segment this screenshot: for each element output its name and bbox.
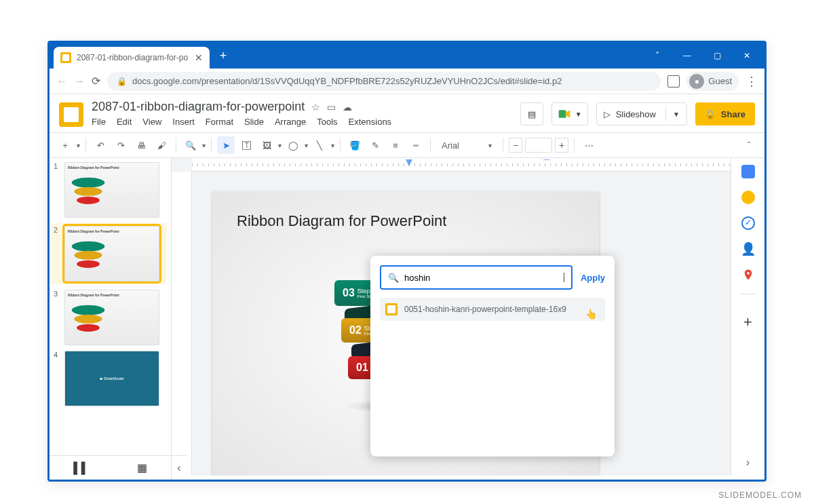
url-field[interactable]: 🔒 docs.google.com/presentation/d/1SsVVQd… [107, 72, 661, 91]
print-button[interactable]: 🖶 [132, 136, 150, 154]
link-result-item[interactable]: 0051-hoshin-kanri-powerpoint-template-16… [380, 298, 605, 321]
menu-edit[interactable]: Edit [117, 117, 132, 127]
profile-chip[interactable]: ● Guest [686, 72, 739, 91]
star-icon[interactable]: ☆ [311, 102, 320, 113]
reload-icon[interactable]: ⟳ [92, 75, 100, 88]
shape-tool[interactable]: ◯ [284, 136, 302, 154]
window-maximize-icon[interactable]: ▢ [702, 43, 732, 69]
more-tools-button[interactable]: ⋯ [580, 136, 598, 154]
thumb-number: 3 [54, 290, 60, 345]
extensions-icon[interactable] [667, 75, 680, 88]
fontsize-input[interactable] [525, 138, 552, 153]
browser-menu-icon[interactable]: ⋮ [745, 74, 758, 89]
font-selector[interactable]: Arial ▾ [436, 140, 497, 151]
chevron-down-icon[interactable]: ▾ [305, 142, 308, 149]
move-icon[interactable]: ▭ [327, 102, 336, 113]
chevron-down-icon[interactable]: ▾ [77, 142, 80, 149]
select-tool[interactable]: ➤ [217, 136, 235, 154]
close-tab-icon[interactable]: ✕ [195, 52, 203, 63]
slides-header: 2087-01-ribbon-diagram-for-powerpoint ☆ … [50, 94, 764, 127]
url-text: docs.google.com/presentation/d/1SsVVQdUq… [132, 76, 562, 86]
redo-button[interactable]: ↷ [112, 136, 130, 154]
window-chevron-icon[interactable]: ˅ [642, 43, 672, 69]
toolbar: + ▾ ↶ ↷ 🖶 🖌 🔍 ▾ ➤ 🅃 🖼 ▾ ◯ ▾ ╲ ▾ 🪣 ✎ ≡ ┉ … [50, 132, 764, 158]
border-weight-button[interactable]: ≡ [387, 136, 404, 154]
contacts-icon[interactable]: 👤 [741, 242, 755, 256]
side-panel: ✓ 👤 + › [731, 158, 764, 476]
fontsize-increase[interactable]: + [555, 138, 568, 153]
chevron-down-icon[interactable]: ▾ [331, 142, 334, 149]
window-close-icon[interactable]: ✕ [732, 43, 762, 69]
hide-sidepanel-button[interactable]: › [746, 457, 750, 469]
collapse-toolbar-button[interactable]: ˆ [740, 136, 758, 154]
comment-icon: ▤ [528, 109, 536, 119]
thumb-number: 2 [54, 226, 60, 282]
paint-format-button[interactable]: 🖌 [153, 136, 170, 154]
document-title[interactable]: 2087-01-ribbon-diagram-for-powerpoint [92, 100, 305, 114]
menu-view[interactable]: View [142, 117, 161, 127]
slideshow-label: Slideshow [616, 109, 656, 119]
new-slide-button[interactable]: + [56, 136, 74, 154]
grid-view-icon[interactable]: ▦ [137, 461, 147, 474]
meet-icon [558, 107, 571, 121]
slide-thumbnail-1[interactable]: Ribbon Diagram for PowerPoint [64, 162, 159, 218]
vertical-ruler [172, 172, 192, 476]
canvas-area[interactable]: Ribbon Diagram for PowerPoint 03StepFirs… [172, 158, 731, 476]
meet-button[interactable]: ▼ [551, 102, 588, 125]
menu-arrange[interactable]: Arrange [275, 117, 306, 127]
menu-slide[interactable]: Slide [244, 117, 264, 127]
chevron-down-icon: ▾ [488, 142, 492, 149]
svg-point-2 [72, 178, 105, 188]
nav-back-icon[interactable]: ← [56, 75, 67, 88]
menu-extensions[interactable]: Extensions [349, 117, 392, 127]
slide-panel[interactable]: 1 Ribbon Diagram for PowerPoint 2 Ribbon… [50, 158, 172, 476]
window-minimize-icon[interactable]: — [672, 43, 702, 69]
textbox-tool[interactable]: 🅃 [237, 136, 255, 154]
keep-icon[interactable] [741, 191, 755, 204]
collapse-filmstrip-button[interactable]: ‹ [172, 455, 187, 480]
maps-icon[interactable] [741, 268, 755, 282]
browser-tab[interactable]: 2087-01-ribbon-diagram-for-po ✕ [54, 47, 210, 69]
image-tool[interactable]: 🖼 [258, 136, 275, 154]
slide-thumbnail-3[interactable]: Ribbon Diagram for PowerPoint [64, 290, 159, 345]
chevron-down-icon[interactable]: ▾ [278, 142, 282, 149]
line-tool[interactable]: ╲ [311, 136, 328, 154]
chevron-down-icon[interactable]: ▾ [202, 142, 206, 149]
chevron-down-icon[interactable]: ▼ [673, 111, 680, 118]
slide-thumbnail-4[interactable]: ■ SlideModel [64, 351, 159, 406]
font-name: Arial [442, 140, 459, 151]
zoom-button[interactable]: 🔍 [182, 136, 199, 154]
slideshow-button[interactable]: ▷ Slideshow ▼ [596, 102, 687, 125]
thumb-number: 1 [54, 162, 60, 218]
calendar-icon[interactable] [741, 165, 755, 178]
slide-title-text[interactable]: Ribbon Diagram for PowerPoint [237, 212, 446, 230]
border-color-button[interactable]: ✎ [366, 136, 384, 154]
nav-forward-icon[interactable]: → [74, 75, 85, 88]
slide-thumbnail-2[interactable]: Ribbon Diagram for PowerPoint [64, 226, 159, 282]
new-tab-button[interactable]: + [214, 46, 233, 65]
share-label: Share [721, 109, 745, 119]
menu-file[interactable]: File [92, 117, 106, 127]
share-button[interactable]: 🔒 Share [695, 102, 755, 125]
fill-color-button[interactable]: 🪣 [346, 136, 364, 154]
undo-button[interactable]: ↶ [92, 136, 109, 154]
profile-label: Guest [708, 76, 732, 86]
menu-tools[interactable]: Tools [317, 117, 337, 127]
cloud-status-icon[interactable]: ☁ [343, 102, 352, 113]
border-dash-button[interactable]: ┉ [407, 136, 425, 154]
browser-address-bar: ← → ⟳ 🔒 docs.google.com/presentation/d/1… [50, 69, 764, 94]
fontsize-decrease[interactable]: − [509, 138, 522, 153]
slides-logo-icon[interactable] [59, 102, 83, 127]
addons-button[interactable]: + [743, 313, 752, 331]
comments-button[interactable]: ▤ [520, 102, 543, 125]
menu-format[interactable]: Format [206, 117, 233, 127]
svg-point-11 [747, 272, 750, 275]
svg-point-4 [77, 197, 100, 204]
filmstrip-view-icon[interactable]: ▌▌ [73, 462, 89, 474]
apply-link-button[interactable]: Apply [581, 273, 605, 283]
menu-insert[interactable]: Insert [172, 117, 195, 127]
link-search-field[interactable]: 🔍 [380, 265, 573, 290]
svg-rect-0 [558, 110, 566, 118]
tasks-icon[interactable]: ✓ [741, 216, 755, 230]
link-search-input[interactable] [404, 273, 558, 283]
